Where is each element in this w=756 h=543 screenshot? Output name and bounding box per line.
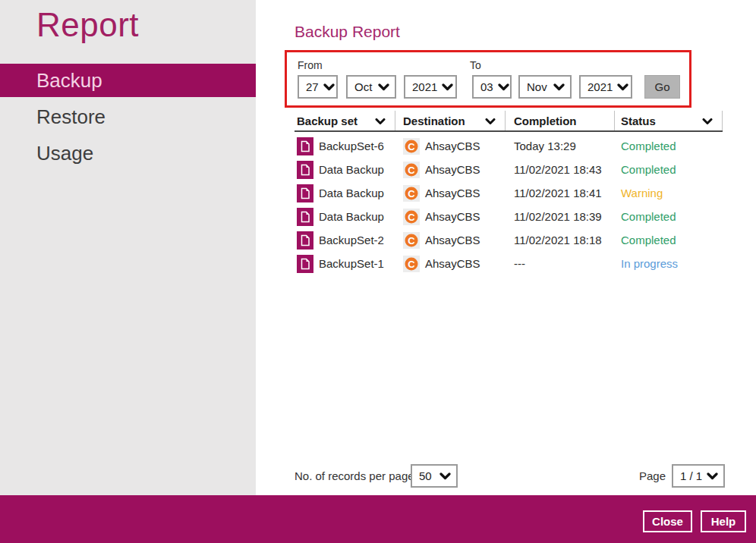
chevron-down-icon	[485, 115, 496, 127]
document-icon	[297, 161, 313, 179]
status-badge: Warning	[615, 181, 723, 205]
chevron-down-icon	[707, 469, 718, 482]
chevron-down-icon	[378, 83, 389, 91]
svg-text:C: C	[408, 187, 415, 199]
from-label: From	[298, 59, 323, 71]
from-year-value: 2021	[412, 80, 437, 93]
column-header-completion: Completion	[506, 111, 615, 130]
backup-report-table: Backup set Destination Completion Status	[295, 111, 723, 275]
table-row[interactable]: BackupSet-2 C AhsayCBS 11/02/2021 18:18 …	[295, 228, 723, 252]
column-label: Completion	[514, 115, 577, 127]
page-title: Backup Report	[295, 23, 400, 41]
document-icon	[297, 208, 313, 226]
chevron-down-icon	[498, 83, 509, 91]
chevron-down-icon	[323, 83, 335, 91]
svg-text:C: C	[408, 211, 415, 222]
records-per-page-label: No. of records per page	[295, 464, 414, 488]
sidebar-item-label: Restore	[36, 105, 106, 128]
completion-time: Today 13:29	[506, 134, 615, 158]
page-select[interactable]: 1 / 1	[672, 464, 725, 488]
status-badge: Completed	[615, 158, 723, 181]
from-month-value: Oct	[354, 80, 372, 93]
sidebar-item-usage[interactable]: Usage	[0, 137, 256, 170]
completion-time: 11/02/2021 18:41	[506, 181, 615, 205]
svg-text:C: C	[408, 234, 415, 246]
backup-set-name: Data Backup	[319, 210, 384, 223]
window-title: Report	[0, 0, 256, 44]
destination-name: AhsayCBS	[425, 210, 480, 223]
completion-time: 11/02/2021 18:18	[506, 228, 615, 252]
destination-name: AhsayCBS	[425, 234, 480, 246]
chevron-down-icon	[702, 115, 713, 127]
svg-text:C: C	[408, 258, 415, 269]
table-row[interactable]: Data Backup C AhsayCBS 11/02/2021 18:43 …	[295, 158, 723, 181]
help-button[interactable]: Help	[701, 510, 746, 532]
column-header-backup-set[interactable]: Backup set	[295, 111, 395, 130]
page-label: Page	[639, 464, 666, 488]
backup-set-name: Data Backup	[319, 163, 384, 176]
close-button[interactable]: Close	[643, 510, 692, 532]
ahsaycbs-icon: C	[403, 209, 420, 225]
column-label: Destination	[403, 115, 465, 127]
status-badge: In progress	[615, 252, 723, 275]
from-day-select[interactable]: 27	[298, 75, 338, 99]
to-month-value: Nov	[527, 80, 547, 93]
from-year-select[interactable]: 2021	[404, 75, 457, 99]
backup-set-name: BackupSet-2	[319, 234, 384, 246]
destination-name: AhsayCBS	[425, 140, 480, 152]
chevron-down-icon	[375, 115, 386, 127]
status-badge: Completed	[615, 205, 723, 228]
backup-set-name: Data Backup	[319, 187, 384, 199]
table-row[interactable]: Data Backup C AhsayCBS 11/02/2021 18:39 …	[295, 205, 723, 228]
to-year-value: 2021	[587, 80, 613, 93]
ahsaycbs-icon: C	[403, 256, 420, 272]
ahsaycbs-icon: C	[403, 162, 420, 178]
backup-set-name: BackupSet-6	[319, 140, 384, 152]
column-label: Backup set	[297, 115, 358, 127]
document-icon	[297, 184, 313, 202]
table-row[interactable]: BackupSet-1 C AhsayCBS --- In progress	[295, 252, 723, 275]
table-body: BackupSet-6 C AhsayCBS Today 13:29 Compl…	[295, 134, 723, 275]
footer-bar: Close Help	[0, 495, 756, 543]
sidebar: Report Backup Restore Usage	[0, 0, 256, 495]
completion-time: ---	[506, 252, 615, 275]
to-day-select[interactable]: 03	[472, 75, 512, 99]
from-day-value: 27	[306, 80, 319, 93]
date-range-filter: From To 27 Oct 2021 03 Nov	[285, 50, 691, 108]
destination-name: AhsayCBS	[425, 187, 480, 199]
chevron-down-icon	[553, 83, 565, 91]
page-value: 1 / 1	[680, 469, 702, 482]
svg-text:C: C	[408, 140, 415, 152]
go-button[interactable]: Go	[644, 75, 680, 99]
sidebar-item-backup[interactable]: Backup	[0, 64, 256, 97]
to-year-select[interactable]: 2021	[579, 75, 632, 99]
ahsaycbs-icon: C	[403, 232, 420, 249]
destination-name: AhsayCBS	[425, 257, 480, 270]
column-label: Status	[621, 115, 656, 127]
column-header-destination[interactable]: Destination	[395, 111, 506, 130]
document-icon	[297, 255, 313, 273]
sidebar-nav: Backup Restore Usage	[0, 64, 256, 173]
backup-set-name: BackupSet-1	[319, 257, 384, 270]
sidebar-item-restore[interactable]: Restore	[0, 100, 256, 133]
main-panel: Backup Report From To 27 Oct 2021 03	[256, 0, 756, 495]
svg-text:C: C	[408, 164, 415, 175]
sidebar-item-label: Backup	[36, 69, 102, 92]
destination-name: AhsayCBS	[425, 163, 480, 176]
to-month-select[interactable]: Nov	[518, 75, 572, 99]
chevron-down-icon	[617, 83, 628, 91]
sidebar-item-label: Usage	[36, 142, 93, 165]
from-month-select[interactable]: Oct	[346, 75, 396, 99]
document-icon	[297, 137, 313, 155]
table-row[interactable]: Data Backup C AhsayCBS 11/02/2021 18:41 …	[295, 181, 723, 205]
chevron-down-icon	[442, 83, 453, 91]
completion-time: 11/02/2021 18:39	[506, 205, 615, 228]
to-day-value: 03	[480, 80, 493, 93]
status-badge: Completed	[615, 228, 723, 252]
column-header-status[interactable]: Status	[615, 111, 723, 130]
document-icon	[297, 231, 313, 250]
chevron-down-icon	[439, 469, 451, 482]
table-row[interactable]: BackupSet-6 C AhsayCBS Today 13:29 Compl…	[295, 134, 723, 158]
ahsaycbs-icon: C	[403, 138, 420, 155]
records-per-page-select[interactable]: 50	[411, 464, 458, 488]
